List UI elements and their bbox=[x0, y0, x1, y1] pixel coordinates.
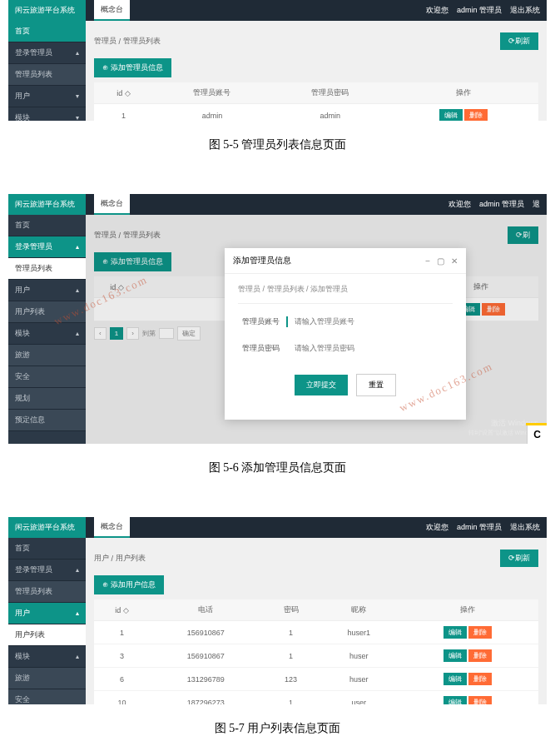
maximize-icon[interactable]: ▢ bbox=[437, 256, 444, 266]
sidebar-item-login-admin[interactable]: 登录管理员▴ bbox=[8, 560, 86, 581]
refresh-button[interactable]: ⟳刷新 bbox=[500, 32, 538, 50]
th-id[interactable]: id ◇ bbox=[94, 599, 150, 621]
user-table: id ◇ 电话 密码 昵称 操作 11569108671huser1编辑删除31… bbox=[94, 599, 538, 704]
refresh-button[interactable]: ⟳刷新 bbox=[500, 550, 538, 567]
topbar-right: 欢迎您 admin 管理员 退出系统 bbox=[426, 522, 540, 533]
user-role[interactable]: admin 管理员 bbox=[479, 199, 524, 210]
table-row: 6131296789123huser编辑删除 bbox=[94, 668, 538, 691]
tab-dashboard[interactable]: 概念台 bbox=[94, 0, 130, 21]
sidebar-item-user-list[interactable]: 用户列表 bbox=[8, 301, 86, 323]
sidebar-item-module[interactable]: 模块▾ bbox=[8, 107, 86, 121]
caret-up-icon: ▴ bbox=[76, 243, 79, 251]
delete-button[interactable]: 删除 bbox=[468, 696, 492, 704]
brand: 闲云旅游平台系统 bbox=[8, 517, 86, 538]
sidebar-item-module[interactable]: 模块▴ bbox=[8, 646, 86, 668]
brand: 闲云旅游平台系统 bbox=[8, 194, 86, 215]
caret-up-icon: ▴ bbox=[76, 653, 79, 660]
tab-dashboard[interactable]: 概念台 bbox=[94, 517, 130, 538]
modal-header: 添加管理员信息 − ▢ ✕ bbox=[225, 248, 466, 274]
sidebar-item-plan[interactable]: 规划 bbox=[8, 388, 86, 410]
modal-breadcrumb: 管理员 / 管理员列表 / 添加管理员 bbox=[238, 284, 453, 304]
add-user-button[interactable]: ⊕ 添加用户信息 bbox=[94, 575, 164, 594]
reset-button[interactable]: 重置 bbox=[356, 374, 396, 396]
brand: 闲云旅游平台系统 bbox=[8, 0, 86, 21]
sidebar-item-travel[interactable]: 旅游 bbox=[8, 668, 86, 689]
user-role[interactable]: admin 管理员 bbox=[457, 522, 502, 533]
table-row: 11569108671huser1编辑删除 bbox=[94, 621, 538, 644]
th-nickname: 昵称 bbox=[320, 599, 398, 621]
sidebar-item-login-admin[interactable]: 登录管理员▴ bbox=[8, 42, 86, 64]
caption-5-5: 图 5-5 管理员列表信息页面 bbox=[0, 121, 555, 169]
form-row-password: 管理员密码 bbox=[238, 341, 453, 356]
sort-icon[interactable]: ◇ bbox=[125, 89, 131, 97]
input-password[interactable] bbox=[288, 341, 453, 356]
sidebar-item-login-admin[interactable]: 登录管理员▴ bbox=[8, 236, 86, 258]
main-content: 用户 / 用户列表 ⟳刷新 ⊕ 添加用户信息 id ◇ 电话 密码 昵称 操作 … bbox=[86, 538, 547, 704]
screenshot-user-list: 闲云旅游平台系统 概念台 欢迎您 admin 管理员 退出系统 首页 登录管理员… bbox=[8, 517, 547, 704]
submit-button[interactable]: 立即提交 bbox=[295, 375, 348, 395]
sidebar-item-travel[interactable]: 旅游 bbox=[8, 345, 86, 366]
topbar: 闲云旅游平台系统 概念台 欢迎您 admin 管理员 退出系统 bbox=[8, 0, 547, 21]
caret-up-icon: ▴ bbox=[76, 566, 79, 574]
user-role[interactable]: admin 管理员 bbox=[457, 5, 502, 16]
screenshot-admin-list: 闲云旅游平台系统 概念台 欢迎您 admin 管理员 退出系统 首页 登录管理员… bbox=[8, 0, 547, 121]
sidebar-item-security[interactable]: 安全 bbox=[8, 689, 86, 704]
caret-up-icon: ▴ bbox=[76, 330, 79, 337]
logout-link[interactable]: 退出系统 bbox=[510, 522, 540, 533]
th-id[interactable]: id ◇ bbox=[94, 82, 153, 104]
add-admin-button[interactable]: ⊕ 添加管理员信息 bbox=[94, 58, 171, 77]
th-phone: 电话 bbox=[150, 599, 261, 621]
edit-button[interactable]: 编辑 bbox=[439, 109, 463, 121]
edit-button[interactable]: 编辑 bbox=[444, 673, 467, 685]
welcome-text: 欢迎您 bbox=[426, 5, 448, 16]
delete-button[interactable]: 删除 bbox=[464, 109, 488, 121]
sidebar-item-user[interactable]: 用户▴ bbox=[8, 280, 86, 301]
sidebar-item-home[interactable]: 首页 bbox=[8, 21, 86, 42]
sort-icon[interactable]: ◇ bbox=[123, 606, 129, 614]
tab-dashboard[interactable]: 概念台 bbox=[94, 194, 130, 215]
delete-button[interactable]: 删除 bbox=[468, 649, 492, 662]
welcome-text: 欢迎您 bbox=[448, 199, 471, 210]
sidebar-item-user[interactable]: 用户▴ bbox=[8, 603, 86, 624]
table-row: 101872962731user编辑删除 bbox=[94, 691, 538, 705]
sidebar-item-home[interactable]: 首页 bbox=[8, 215, 86, 236]
edit-button[interactable]: 编辑 bbox=[444, 626, 467, 639]
sidebar: 首页 登录管理员▴ 管理员列表 用户▴ 用户列表 模块▴ 旅游 安全 bbox=[8, 538, 86, 704]
add-admin-modal: 添加管理员信息 − ▢ ✕ 管理员 / 管理员列表 / 添加管理员 管理员账号 … bbox=[225, 248, 466, 420]
sidebar-item-booking[interactable]: 预定信息 bbox=[8, 410, 86, 431]
edit-button[interactable]: 编辑 bbox=[444, 649, 467, 662]
sidebar-item-module[interactable]: 模块▴ bbox=[8, 323, 86, 345]
modal-title: 添加管理员信息 bbox=[233, 255, 291, 266]
sidebar-item-home[interactable]: 首页 bbox=[8, 538, 86, 560]
th-password: 管理员密码 bbox=[271, 82, 389, 104]
th-password: 密码 bbox=[261, 599, 320, 621]
delete-button[interactable]: 删除 bbox=[468, 626, 492, 639]
th-action: 操作 bbox=[389, 82, 538, 104]
sidebar: 首页 登录管理员▴ 管理员列表 用户▾ 模块▾ bbox=[8, 21, 86, 121]
modal-body: 管理员 / 管理员列表 / 添加管理员 管理员账号 管理员密码 立即提交 重置 bbox=[225, 274, 466, 420]
breadcrumb: 用户 / 用户列表 ⟳刷新 bbox=[94, 546, 538, 570]
label-password: 管理员密码 bbox=[238, 343, 288, 354]
modal-actions: 立即提交 重置 bbox=[238, 367, 453, 410]
caret-up-icon: ▴ bbox=[76, 49, 79, 57]
form-row-account: 管理员账号 bbox=[238, 314, 453, 329]
sidebar-item-admin-list[interactable]: 管理员列表 bbox=[8, 64, 86, 86]
sidebar-item-security[interactable]: 安全 bbox=[8, 366, 86, 388]
edit-button[interactable]: 编辑 bbox=[444, 696, 467, 704]
sidebar: 首页 登录管理员▴ 管理员列表 用户▴ 用户列表 模块▴ 旅游 安全 规划 预定… bbox=[8, 215, 86, 444]
sidebar-item-admin-list[interactable]: 管理员列表 bbox=[8, 581, 86, 603]
minimize-icon[interactable]: − bbox=[425, 256, 430, 266]
caret-up-icon: ▴ bbox=[76, 286, 79, 294]
logout-link[interactable]: 退出系统 bbox=[510, 5, 540, 16]
breadcrumb: 管理员 / 管理员列表 ⟳刷新 bbox=[94, 29, 538, 53]
logout-link[interactable]: 退 bbox=[533, 199, 540, 210]
topbar-right: 欢迎您 admin 管理员 退出系统 bbox=[426, 5, 540, 16]
sidebar-item-user-list[interactable]: 用户列表 bbox=[8, 624, 86, 646]
sidebar-item-admin-list[interactable]: 管理员列表 bbox=[8, 258, 86, 280]
label-account: 管理员账号 bbox=[238, 316, 288, 327]
input-account[interactable] bbox=[288, 314, 453, 329]
topbar: 闲云旅游平台系统 概念台 欢迎您 admin 管理员 退 bbox=[8, 194, 547, 215]
delete-button[interactable]: 删除 bbox=[468, 673, 492, 685]
close-icon[interactable]: ✕ bbox=[451, 256, 458, 266]
sidebar-item-user[interactable]: 用户▾ bbox=[8, 86, 86, 107]
